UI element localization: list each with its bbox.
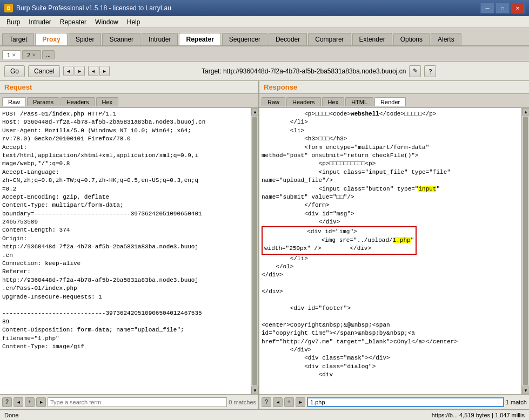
request-scrollbar[interactable]: ▲ ▼ [251,108,258,394]
response-search-next[interactable]: ▸ [296,397,305,407]
response-scrollbar[interactable]: ▲ ▼ [521,108,529,394]
response-match-count: 1 match [506,399,527,405]
request-pane: Request Raw Params Headers Hex POST /Pas… [0,81,259,409]
request-tab-headers[interactable]: Headers [61,97,95,106]
edit-target-button[interactable]: ✎ [409,65,421,77]
tab-comparer[interactable]: Comparer [308,33,351,45]
response-line-3: </li> </ol> </div> </div> <div id="foote… [262,255,458,378]
response-tab-render[interactable]: Render [374,97,406,106]
nav-left-next[interactable]: ▸ [75,66,85,76]
content-area: 1 ✕ 2 ✕ ... Go Cancel ◂ ▸ ◂ ▸ Target: ht… [0,46,529,420]
search-help-icon[interactable]: ? [2,397,12,407]
tab-alerts[interactable]: Alerts [431,33,461,45]
status-right: https://b... 4,519 bytes | 1,047 millis [432,412,525,418]
target-label: Target: http://9360448d-7f2a-4b78-af5b-2… [202,67,406,75]
nav-left-prev[interactable]: ◂ [63,66,73,76]
tab-spider[interactable]: Spider [69,33,102,45]
menu-burp[interactable]: Burp [2,17,24,27]
nav-right-next[interactable]: ▸ [99,66,110,76]
minimize-button[interactable]: ─ [480,3,494,13]
tab-options[interactable]: Options [393,33,430,45]
search-nav-icon[interactable]: ▸ [36,397,46,407]
response-search-bar: ? ◂ + ▸ 1 match [259,394,529,409]
menu-intruder[interactable]: Intruder [24,17,55,27]
sub-tab-2-close[interactable]: ✕ [32,52,36,58]
request-tab-raw[interactable]: Raw [2,97,26,106]
input-highlight: input [418,186,436,192]
sub-tab-1-label: 1 [7,52,10,58]
response-search-input[interactable] [307,397,504,407]
highlighted-div-img: <div id="img"> <img src="../upload/1.php… [262,226,417,254]
toolbar: Go Cancel ◂ ▸ ◂ ▸ Target: http://9360448… [0,62,529,81]
request-search-count: 0 matches [229,399,256,405]
app-title: Burp Suite Professional v1.5.18 - licens… [16,4,480,12]
response-tab-raw[interactable]: Raw [262,97,285,106]
response-line-1: <p>□□□□<code>webshell</code>□□□□□</p> </… [262,111,451,192]
sub-tabs: 1 ✕ 2 ✕ ... [0,46,529,62]
menu-bar: Burp Intruder Repeater Window Help [0,16,529,28]
help-button[interactable]: ? [424,65,436,77]
response-header: Response [259,81,529,94]
sub-tab-1[interactable]: 1 ✕ [2,50,21,59]
request-tab-hex[interactable]: Hex [96,97,119,106]
response-tab-headers[interactable]: Headers [286,97,321,106]
close-button[interactable]: ✕ [511,3,525,13]
status-bar: Done https://b... 4,519 bytes | 1,047 mi… [0,409,529,420]
tab-extender[interactable]: Extender [352,33,392,45]
tab-repeater[interactable]: Repeater [179,33,220,45]
main-tabs: Target Proxy Spider Scanner Intruder Rep… [0,28,529,46]
tab-proxy[interactable]: Proxy [35,33,67,45]
request-header: Request [0,81,258,94]
response-scroll-thumb[interactable] [523,117,528,385]
request-tab-params[interactable]: Params [27,97,59,106]
search-next-icon[interactable]: + [25,397,35,407]
search-prev-icon[interactable]: ◂ [14,397,23,407]
sub-tab-1-close[interactable]: ✕ [12,52,16,58]
request-tabs: Raw Params Headers Hex [0,94,258,108]
response-search-help[interactable]: ? [262,397,271,407]
menu-repeater[interactable]: Repeater [56,17,91,27]
status-left: Done [4,412,18,418]
response-tab-hex[interactable]: Hex [322,97,345,106]
request-search-input[interactable] [48,397,227,407]
request-text[interactable]: POST /Pass-01/index.php HTTP/1.1 Host: 9… [0,108,251,394]
tab-target[interactable]: Target [2,33,34,45]
nav-right-group: ◂ ▸ [88,66,110,76]
sub-tab-more[interactable]: ... [42,50,54,59]
response-tabs: Raw Headers Hex HTML Render [259,94,529,108]
cancel-button[interactable]: Cancel [28,65,60,77]
request-content-wrapper: POST /Pass-01/index.php HTTP/1.1 Host: 9… [0,108,258,394]
app-icon: B [4,4,13,12]
sub-tab-2[interactable]: 2 ✕ [22,50,41,59]
nav-right-prev[interactable]: ◂ [88,66,98,76]
scroll-down-arrow[interactable]: ▼ [251,387,258,394]
split-pane: Request Raw Params Headers Hex POST /Pas… [0,81,529,409]
scroll-up-arrow[interactable]: ▲ [251,108,258,116]
go-button[interactable]: Go [4,65,25,77]
maximize-button[interactable]: □ [495,3,510,13]
tab-scanner[interactable]: Scanner [102,33,140,45]
response-scroll-down[interactable]: ▼ [522,387,529,394]
window-controls: ─ □ ✕ [480,3,525,13]
response-content-wrapper: <p>□□□□<code>webshell</code>□□□□□</p> </… [259,108,529,394]
response-text[interactable]: <p>□□□□<code>webshell</code>□□□□□</p> </… [259,108,521,394]
title-bar: B Burp Suite Professional v1.5.18 - lice… [0,0,529,16]
request-search-bar: ? ◂ + ▸ 0 matches [0,394,258,409]
tab-decoder[interactable]: Decoder [269,33,307,45]
menu-window[interactable]: Window [91,17,123,27]
menu-help[interactable]: Help [123,17,145,27]
scroll-thumb[interactable] [252,117,257,385]
response-pane: Response Raw Headers Hex HTML Render <p>… [259,81,529,409]
response-tab-html[interactable]: HTML [345,97,373,106]
sub-tab-2-label: 2 [27,52,30,58]
nav-left-group: ◂ ▸ [63,66,85,76]
target-bar: Target: http://9360448d-7f2a-4b78-af5b-2… [113,65,525,77]
tab-intruder[interactable]: Intruder [142,33,178,45]
tab-sequencer[interactable]: Sequencer [222,33,267,45]
response-search-add[interactable]: + [284,397,294,407]
response-scroll-up[interactable]: ▲ [522,108,529,116]
response-search-prev[interactable]: ◂ [273,397,283,407]
